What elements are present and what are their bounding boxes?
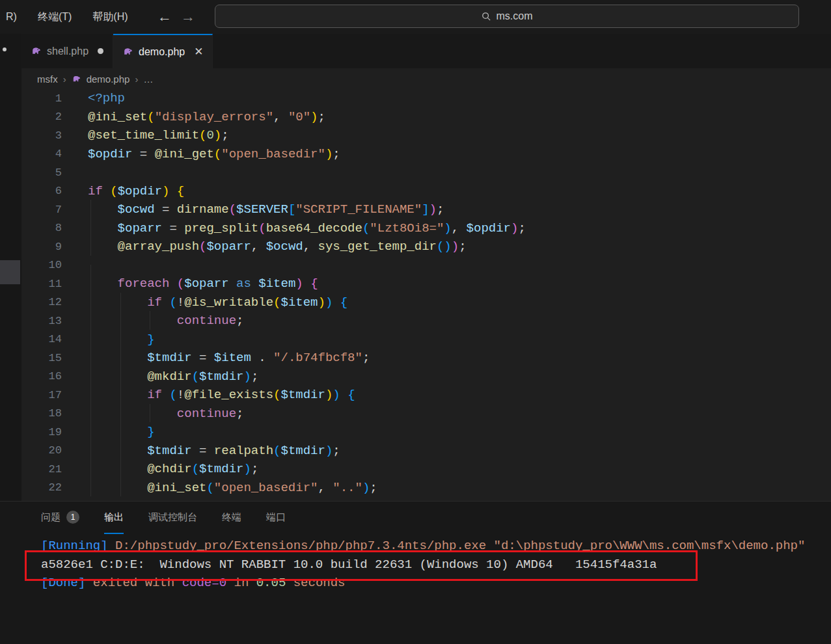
problems-count-badge: 1 [66,511,79,524]
breadcrumb-symbol[interactable]: … [143,74,153,85]
bottom-panel: 问题 1 输出 调试控制台 终端 端口 [Running] D:/phpstud… [0,501,831,644]
panel-tab-label: 输出 [104,511,124,524]
panel-tab-label: 端口 [266,511,286,524]
code-editor[interactable]: 1<?php2@ini_set("display_errors", "0");3… [21,89,831,501]
line-number: 13 [21,315,62,327]
indent-guide [90,274,91,293]
code-line: 2@ini_set("display_errors", "0"); [21,108,831,127]
indent-guide [90,404,91,423]
line-number: 21 [21,463,62,476]
code-line: 8 $oparr = preg_split(base64_decode("Lzt… [21,219,831,238]
code-line: 19 } [21,423,831,442]
code-line: 20 $tmdir = realpath($tmdir); [21,442,831,461]
breadcrumb-file[interactable]: demo.php [87,74,130,85]
code-line: 12 if (!@is_writable($item)) { [21,293,831,312]
modified-dot-icon[interactable] [98,48,103,54]
line-number: 16 [21,370,62,382]
line-number: 5 [21,167,62,179]
rail-scroll-indicator[interactable] [0,260,20,284]
output-console[interactable]: [Running] D:/phpstudy_pro/Extensions/php… [0,537,831,593]
indent-guide [120,311,121,330]
line-number: 19 [21,426,62,438]
indent-guide [120,293,121,312]
line-number: 20 [21,444,62,457]
code-line: 11 foreach ($oparr as $item) { [21,275,831,293]
indent-guide [90,311,91,330]
panel-tab-problems[interactable]: 问题 1 [41,502,79,534]
indent-guide [120,422,121,441]
indent-guide [120,385,121,404]
menu-item-terminal[interactable]: 终端(T) [34,8,75,27]
line-number: 9 [21,241,62,253]
code-line: 14 } [21,330,831,349]
line-number: 4 [21,148,62,160]
line-number: 12 [21,296,62,308]
command-center-search[interactable]: ms.com [215,5,799,28]
indent-guide [90,293,91,312]
indent-guide [120,478,121,497]
code-line: 16 @mkdir($tmdir); [21,368,831,386]
tab-demo-php[interactable]: demo.php ✕ [113,34,213,68]
panel-tab-debug-console[interactable]: 调试控制台 [148,502,197,534]
code-lines: 1<?php2@ini_set("display_errors", "0");3… [21,89,831,497]
code-line: 3@set_time_limit(0); [21,126,831,145]
code-line: 7 $ocwd = dirname($SERVER["SCRIPT_FILENA… [21,200,831,219]
rail-notification-dot [3,47,7,51]
breadcrumb-folder[interactable]: msfx [37,74,58,85]
php-elephant-icon [72,74,81,85]
indent-guide [90,422,91,441]
indent-guide [90,478,91,497]
panel-tab-terminal[interactable]: 终端 [222,502,241,534]
tab-shell-php[interactable]: shell.php [21,34,113,68]
indent-guide [90,237,91,256]
chevron-right-icon: › [135,74,138,85]
search-icon [482,12,491,21]
indent-guide [90,348,91,367]
line-number: 22 [21,481,62,494]
indent-guide [90,459,91,478]
code-line: 5 [21,163,831,182]
output-line: a5826e1 C:D:E: Windows NT RABBIT 10.0 bu… [0,556,831,574]
menu-item-help[interactable]: 帮助(H) [89,8,131,27]
panel-tab-bar: 问题 1 输出 调试控制台 终端 端口 [0,502,831,534]
menu-bar: R) 终端(T) 帮助(H) [2,0,132,34]
indent-guide [120,404,121,423]
line-number: 10 [21,259,62,271]
php-elephant-icon [31,46,42,57]
close-icon[interactable]: ✕ [194,46,203,57]
indent-guide [120,459,121,478]
code-line: 10 [21,256,831,275]
line-number: 1 [21,92,62,105]
output-line: [Running] D:/phpstudy_pro/Extensions/php… [0,537,831,556]
tab-label: demo.php [139,46,185,58]
panel-tab-label: 终端 [222,511,241,524]
code-line: 18 continue; [21,405,831,423]
line-number: 2 [21,111,62,123]
indent-guide [120,367,121,386]
back-arrow-icon[interactable]: ← [157,8,172,25]
indent-guide [90,330,91,349]
line-number: 7 [21,204,62,216]
indent-guide [120,330,121,349]
menu-item-run-partial[interactable]: R) [2,8,21,25]
code-line: 15 $tmdir = $item . "/.b74fbcf8"; [21,349,831,368]
code-line: 22 @ini_set("open_basedir", ".."); [21,479,831,498]
line-number: 6 [21,185,62,197]
panel-tab-ports[interactable]: 端口 [266,502,286,534]
indent-guide [90,367,91,386]
code-line: 9 @array_push($oparr, $ocwd, sys_get_tem… [21,237,831,256]
indent-guide [120,348,121,367]
indent-guide [90,385,91,404]
code-line: 1<?php [21,89,831,108]
line-number: 14 [21,333,62,345]
forward-arrow-icon[interactable]: → [181,8,195,25]
panel-tab-output[interactable]: 输出 [104,502,124,534]
search-value: ms.com [497,10,533,22]
php-elephant-icon [122,46,133,57]
tab-label: shell.php [47,46,89,57]
indent-guide [150,404,150,423]
line-number: 15 [21,352,62,364]
line-number: 3 [21,129,62,142]
code-line: 4$opdir = @ini_get("open_basedir"); [21,145,831,164]
indent-guide [120,441,121,460]
